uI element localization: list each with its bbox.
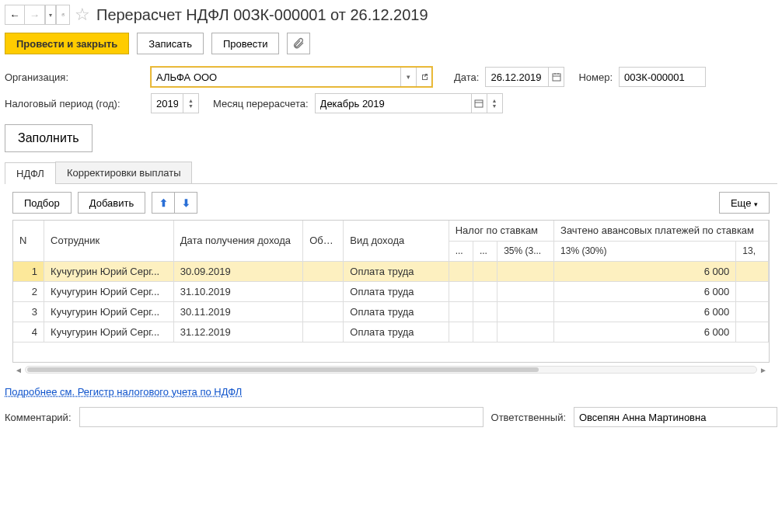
fill-button[interactable]: Заполнить <box>5 124 93 152</box>
col-advance-by-rate[interactable]: Зачтено авансовых платежей по ставкам <box>554 221 769 241</box>
tax-register-link[interactable]: Подробнее см. Регистр налогового учета п… <box>5 386 242 398</box>
nav-popout-button[interactable] <box>56 5 70 25</box>
col-tax-sub3[interactable]: 35% (3... <box>497 241 554 261</box>
tab-corrections[interactable]: Корректировки выплаты <box>55 162 193 183</box>
organization-label: Организация: <box>5 71 145 83</box>
nav-forward-button[interactable]: → <box>25 5 45 25</box>
col-tax-sub2[interactable]: ... <box>473 241 497 261</box>
col-tax-sub1[interactable]: ... <box>449 241 473 261</box>
col-income-type[interactable]: Вид дохода <box>344 221 449 261</box>
table-row[interactable]: 4 Кучугурин Юрий Серг... 31.12.2019 Опла… <box>13 322 769 342</box>
paperclip-icon <box>292 37 305 50</box>
select-button[interactable]: Подбор <box>12 192 72 214</box>
number-input[interactable] <box>620 68 705 86</box>
table-row[interactable]: 2 Кучугурин Юрий Серг... 31.10.2019 Опла… <box>13 281 769 301</box>
date-label: Дата: <box>454 71 479 83</box>
recalc-month-input[interactable] <box>316 94 471 113</box>
attach-button[interactable] <box>287 33 310 54</box>
organization-input[interactable] <box>152 68 400 86</box>
responsible-label: Ответственный: <box>491 412 566 423</box>
tab-ndfl[interactable]: НДФЛ <box>5 162 56 184</box>
post-and-close-button[interactable]: Провести и закрыть <box>5 33 129 54</box>
col-income-date[interactable]: Дата получения дохода <box>173 221 303 261</box>
data-grid[interactable]: N Сотрудник Дата получения дохода Обо...… <box>12 220 770 363</box>
table-row[interactable]: 3 Кучугурин Юрий Серг... 30.11.2019 Опла… <box>13 301 769 322</box>
arrow-right-icon: → <box>30 9 40 21</box>
col-adv-sub1[interactable]: 13% (30%) <box>554 241 736 261</box>
table-row[interactable]: 1 Кучугурин Юрий Серг... 30.09.2019 Опла… <box>13 261 769 281</box>
responsible-input[interactable] <box>574 408 777 426</box>
move-up-button[interactable]: ⬆ <box>152 192 175 214</box>
nav-back-button[interactable]: ← <box>5 5 25 25</box>
recalc-month-calendar-icon[interactable] <box>471 94 487 113</box>
recalc-month-spinner-icon[interactable]: ▲▼ <box>487 94 502 113</box>
organization-dropdown-icon[interactable]: ▾ <box>400 68 416 86</box>
move-down-button[interactable]: ⬇ <box>174 192 197 214</box>
number-label: Номер: <box>578 71 613 83</box>
horizontal-scrollbar[interactable]: ◄ ► <box>12 363 770 377</box>
scroll-left-icon[interactable]: ◄ <box>12 366 25 374</box>
arrow-up-icon: ⬆ <box>159 197 168 209</box>
nav-history-dropdown[interactable]: ▾ <box>45 5 56 25</box>
scroll-right-icon[interactable]: ► <box>757 366 770 374</box>
arrow-left-icon: ← <box>9 9 19 21</box>
arrow-down-icon: ⬇ <box>182 197 190 209</box>
date-input[interactable] <box>486 68 548 86</box>
chevron-down-icon: ▾ <box>754 200 758 208</box>
page-title: Перерасчет НДФЛ 00ЗК-000001 от 26.12.201… <box>96 6 428 24</box>
comment-input[interactable] <box>79 407 484 427</box>
post-button[interactable]: Провести <box>211 33 280 54</box>
add-button[interactable]: Добавить <box>78 192 145 214</box>
col-employee[interactable]: Сотрудник <box>44 221 174 261</box>
tax-period-label: Налоговый период (год): <box>5 98 145 110</box>
col-obo[interactable]: Обо... <box>303 221 344 261</box>
organization-open-icon[interactable] <box>416 68 431 86</box>
comment-label: Комментарий: <box>5 412 72 423</box>
col-tax-by-rate[interactable]: Налог по ставкам <box>449 221 553 241</box>
more-button[interactable]: Еще ▾ <box>719 192 770 214</box>
tax-period-spinner-icon[interactable]: ▲▼ <box>183 94 198 113</box>
recalc-month-label: Месяц перерасчета: <box>213 98 309 110</box>
svg-rect-0 <box>553 74 560 81</box>
col-n[interactable]: N <box>13 221 44 261</box>
svg-rect-4 <box>475 100 483 107</box>
date-calendar-icon[interactable] <box>548 68 564 86</box>
tax-period-input[interactable] <box>152 94 183 113</box>
favorite-star-icon[interactable]: ☆ <box>75 5 90 25</box>
save-button[interactable]: Записать <box>137 33 204 54</box>
col-adv-sub2[interactable]: 13, <box>736 241 769 261</box>
